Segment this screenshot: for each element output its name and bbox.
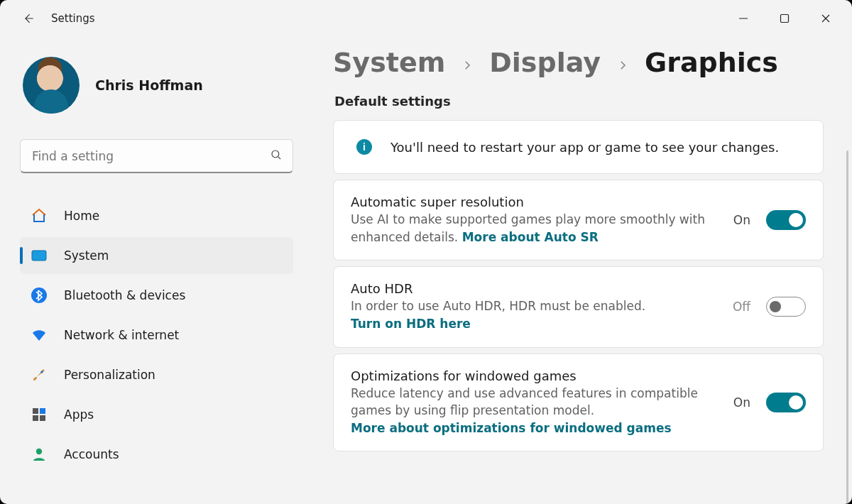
app-title: Settings bbox=[51, 12, 95, 25]
apps-icon bbox=[30, 405, 48, 424]
home-icon bbox=[30, 207, 48, 225]
sidebar-item-label: Bluetooth & devices bbox=[64, 288, 185, 302]
toggle-auto-sr[interactable] bbox=[766, 210, 806, 230]
search-box[interactable] bbox=[20, 139, 293, 173]
svg-rect-5 bbox=[33, 408, 38, 414]
breadcrumb-graphics: Graphics bbox=[645, 47, 778, 78]
setting-auto-hdr[interactable]: Auto HDR In order to use Auto HDR, HDR m… bbox=[333, 266, 824, 347]
section-heading: Default settings bbox=[334, 94, 824, 109]
svg-rect-2 bbox=[32, 251, 46, 261]
sidebar-item-network[interactable]: Network & internet bbox=[20, 317, 293, 354]
system-icon bbox=[30, 246, 48, 265]
setting-title: Automatic super resolution bbox=[351, 195, 718, 209]
sidebar-item-bluetooth[interactable]: Bluetooth & devices bbox=[20, 277, 293, 314]
setting-main: Optimizations for windowed games Reduce … bbox=[351, 368, 718, 437]
setting-title: Auto HDR bbox=[351, 281, 717, 296]
titlebar: Settings bbox=[0, 0, 852, 37]
setting-windowed-opt[interactable]: Optimizations for windowed games Reduce … bbox=[333, 354, 824, 452]
toggle-state: On bbox=[733, 395, 750, 410]
search-icon bbox=[270, 148, 283, 164]
back-button[interactable] bbox=[16, 6, 41, 31]
chevron-right-icon bbox=[616, 47, 629, 78]
user-name: Chris Hoffman bbox=[95, 77, 203, 93]
info-text: You'll need to restart your app or game … bbox=[390, 140, 779, 155]
svg-point-1 bbox=[272, 150, 279, 158]
chevron-right-icon bbox=[461, 47, 474, 78]
sidebar: Chris Hoffman Home bbox=[0, 37, 316, 504]
info-banner: You'll need to restart your app or game … bbox=[333, 120, 824, 174]
sidebar-item-accounts[interactable]: Accounts bbox=[20, 436, 293, 473]
bluetooth-icon bbox=[30, 286, 48, 305]
window-controls bbox=[723, 1, 846, 35]
maximize-button[interactable] bbox=[764, 1, 805, 35]
avatar bbox=[23, 57, 80, 114]
setting-desc: In order to use Auto HDR, HDR must be en… bbox=[351, 297, 717, 332]
link-auto-sr[interactable]: More about Auto SR bbox=[462, 230, 599, 244]
link-windowed[interactable]: More about optimizations for windowed ga… bbox=[351, 421, 672, 435]
svg-point-9 bbox=[36, 449, 42, 454]
setting-title: Optimizations for windowed games bbox=[351, 368, 718, 383]
breadcrumb: System Display Graphics bbox=[333, 47, 824, 78]
toggle-state: Off bbox=[733, 300, 750, 314]
sidebar-item-apps[interactable]: Apps bbox=[20, 396, 293, 433]
paintbrush-icon bbox=[30, 366, 48, 384]
sidebar-item-label: System bbox=[64, 248, 109, 263]
scrollbar[interactable] bbox=[846, 150, 848, 504]
setting-desc: Reduce latency and use advanced features… bbox=[351, 385, 718, 437]
svg-point-4 bbox=[31, 287, 47, 303]
sidebar-item-label: Home bbox=[64, 209, 99, 223]
setting-desc: Use AI to make supported games play more… bbox=[351, 211, 718, 246]
profile[interactable]: Chris Hoffman bbox=[23, 57, 293, 114]
breadcrumb-system[interactable]: System bbox=[333, 47, 445, 78]
search-input[interactable] bbox=[31, 148, 263, 164]
svg-rect-6 bbox=[40, 408, 45, 414]
sidebar-item-label: Network & internet bbox=[64, 328, 179, 342]
sidebar-item-label: Accounts bbox=[64, 447, 119, 461]
sidebar-item-system[interactable]: System bbox=[20, 237, 293, 274]
toggle-windowed-opt[interactable] bbox=[766, 393, 806, 412]
person-icon bbox=[30, 445, 48, 464]
setting-auto-sr[interactable]: Automatic super resolution Use AI to mak… bbox=[333, 180, 824, 261]
toggle-state: On bbox=[733, 213, 750, 227]
sidebar-item-home[interactable]: Home bbox=[20, 197, 293, 234]
breadcrumb-display[interactable]: Display bbox=[489, 47, 601, 78]
wifi-icon bbox=[30, 326, 48, 344]
toggle-auto-hdr[interactable] bbox=[766, 297, 806, 317]
link-hdr[interactable]: Turn on HDR here bbox=[351, 317, 471, 331]
close-button[interactable] bbox=[805, 1, 846, 35]
sidebar-item-personalization[interactable]: Personalization bbox=[20, 356, 293, 393]
nav: Home System Bluetooth & devices bbox=[20, 197, 293, 473]
svg-rect-7 bbox=[33, 415, 38, 421]
info-icon bbox=[356, 139, 372, 155]
minimize-button[interactable] bbox=[723, 1, 764, 35]
svg-rect-8 bbox=[40, 415, 45, 421]
settings-window: Settings Chris Hoffman bbox=[0, 0, 852, 504]
content: System Display Graphics Default settings… bbox=[316, 37, 852, 504]
setting-main: Auto HDR In order to use Auto HDR, HDR m… bbox=[351, 281, 717, 332]
sidebar-item-label: Personalization bbox=[64, 368, 155, 382]
sidebar-item-label: Apps bbox=[64, 407, 94, 422]
svg-rect-0 bbox=[781, 15, 789, 23]
setting-main: Automatic super resolution Use AI to mak… bbox=[351, 195, 718, 246]
